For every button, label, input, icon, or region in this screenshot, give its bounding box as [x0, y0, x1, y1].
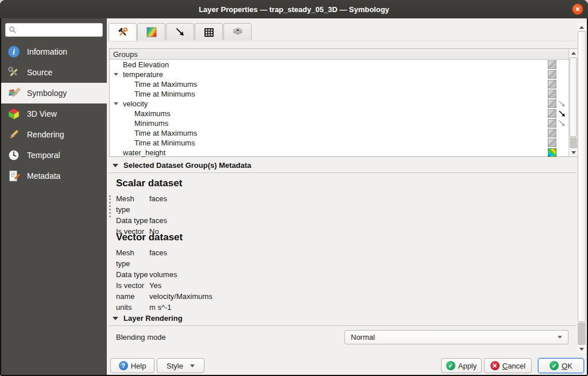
scroll-up-icon[interactable]: [577, 23, 586, 31]
vectors-toggle-icon[interactable]: [558, 99, 567, 109]
collapse-caret-icon[interactable]: [114, 73, 118, 76]
source-icon: [6, 65, 21, 80]
sidebar-item-symbology[interactable]: Symbology: [1, 83, 107, 103]
tree-row-label: temperature: [123, 70, 163, 79]
sidebar-item-rendering[interactable]: Rendering: [1, 124, 107, 145]
close-button[interactable]: ✕: [572, 3, 583, 15]
mesh-frame-icon: [203, 26, 215, 38]
help-button[interactable]: ? Help: [110, 358, 154, 373]
sidebar-item-label: 3D View: [27, 109, 57, 118]
contours-swatch-icon[interactable]: [548, 90, 556, 98]
sidebar-item-source[interactable]: Source: [1, 62, 107, 83]
style-button[interactable]: Style: [157, 358, 204, 373]
tab-vectors[interactable]: [166, 23, 194, 40]
tree-row[interactable]: Time at Minimums: [110, 89, 578, 99]
check-icon: ✓: [446, 361, 455, 370]
sidebar-item-label: Metadata: [27, 171, 60, 181]
sidebar-search[interactable]: [5, 23, 103, 37]
tree-row-label: Time at Maximums: [134, 80, 197, 89]
help-icon: ?: [119, 361, 128, 370]
layer-rendering-section-header[interactable]: Layer Rendering: [109, 313, 577, 326]
ok-button[interactable]: ✓ OK: [538, 358, 584, 373]
splitter-handle[interactable]: [109, 195, 111, 217]
sidebar-item-temporal[interactable]: Temporal: [1, 145, 107, 166]
metadata-row: Data type volumes: [116, 269, 212, 280]
layer-properties-dialog: Layer Properties — trap_steady_05_3D — S…: [0, 0, 588, 376]
metadata-row: name velocity/Maximums: [116, 291, 212, 302]
tree-row[interactable]: temperature: [110, 70, 578, 79]
tabbar-divider: [107, 41, 577, 41]
dataset-groups-tree: Groups Bed Elevation temperature Time at…: [109, 48, 578, 157]
scroll-up-icon[interactable]: [569, 49, 578, 57]
tree-row-label: Maximums: [134, 109, 171, 118]
sidebar-item-3d-view[interactable]: 3D View: [1, 103, 107, 124]
contours-swatch-icon[interactable]: [548, 129, 556, 137]
panel-scrollbar-handle[interactable]: [578, 31, 586, 322]
tree-row-label: Bed Elevation: [123, 60, 169, 69]
tab-general-settings[interactable]: [109, 23, 137, 41]
contours-swatch-icon[interactable]: [548, 109, 556, 118]
scalar-dataset-metadata: Scalar dataset Mesh type faces Data type…: [116, 177, 182, 237]
tree-row[interactable]: Minimums: [110, 118, 578, 128]
contours-swatch-icon-active[interactable]: [548, 148, 556, 157]
panel-scrollbar-groove: [578, 323, 586, 345]
tree-row[interactable]: velocity: [110, 99, 578, 109]
vectors-toggle-icon[interactable]: [558, 119, 567, 128]
symbology-tabbar: [109, 23, 252, 41]
tab-contours[interactable]: [137, 23, 165, 40]
metadata-row: Mesh type faces: [116, 247, 212, 269]
apply-button[interactable]: ✓ Apply: [441, 358, 482, 373]
tree-row[interactable]: Time at Maximums: [110, 128, 578, 138]
scroll-down-icon[interactable]: [569, 148, 578, 156]
vector-dataset-heading: Vector dataset: [116, 231, 212, 243]
tab-stacked-mesh-averaging[interactable]: [223, 23, 252, 40]
contours-swatch-icon[interactable]: [548, 80, 556, 89]
titlebar[interactable]: Layer Properties — trap_steady_05_3D — S…: [0, 0, 588, 18]
sidebar-item-label: Information: [27, 47, 67, 56]
scroll-down-icon[interactable]: [577, 345, 586, 353]
svg-text:i: i: [13, 48, 15, 56]
sidebar-item-label: Rendering: [27, 130, 64, 139]
stacked-mesh-icon: [232, 26, 243, 38]
sidebar-item-label: Symbology: [27, 89, 67, 98]
tree-row[interactable]: water_height: [110, 148, 578, 158]
tree-scrollbar-groove: [570, 137, 577, 148]
window-title: Layer Properties — trap_steady_05_3D — S…: [199, 5, 389, 14]
blending-mode-select[interactable]: Normal: [345, 330, 568, 344]
sidebar-nav: i Information Source: [1, 41, 107, 186]
tree-scrollbar[interactable]: [568, 49, 578, 156]
metadata-row: Mesh type faces: [116, 193, 182, 215]
contours-icon: [146, 26, 157, 38]
panel-scrollbar[interactable]: [577, 23, 586, 353]
general-settings-icon: [117, 26, 129, 38]
tree-row[interactable]: Bed Elevation: [110, 60, 578, 70]
metadata-row: Is vector Yes: [116, 280, 212, 291]
chevron-down-icon: [190, 365, 195, 367]
tab-mesh-frame[interactable]: [195, 23, 223, 40]
sidebar-item-metadata[interactable]: Metadata: [1, 166, 107, 186]
sidebar-item-label: Temporal: [27, 151, 60, 160]
sidebar-search-input[interactable]: [17, 25, 102, 35]
vector-dataset-metadata: Vector dataset Mesh type faces Data type…: [116, 231, 212, 313]
sidebar: i Information Source: [1, 18, 107, 375]
sidebar-item-information[interactable]: i Information: [1, 41, 107, 62]
tree-scrollbar-handle[interactable]: [570, 57, 577, 137]
contours-swatch-icon[interactable]: [548, 99, 556, 108]
tree-row-label: water_height: [123, 148, 165, 157]
blending-mode-value: Normal: [351, 333, 375, 342]
vectors-icon: [175, 26, 186, 38]
tree-row[interactable]: Time at Maximums: [110, 79, 578, 89]
contours-swatch-icon[interactable]: [548, 60, 556, 69]
temporal-icon: [6, 148, 21, 163]
contours-swatch-icon[interactable]: [548, 139, 556, 147]
vectors-toggle-icon-active[interactable]: [558, 109, 567, 118]
tree-row[interactable]: Time at Minimums: [110, 138, 578, 148]
metadata-section-header[interactable]: Selected Dataset Group(s) Metadata: [109, 160, 577, 173]
contours-swatch-icon[interactable]: [548, 119, 556, 128]
cancel-button[interactable]: ✕ Cancel: [484, 358, 532, 373]
symbology-icon: [6, 86, 21, 101]
tree-row-label: velocity: [123, 99, 148, 108]
collapse-caret-icon[interactable]: [114, 102, 118, 105]
tree-row[interactable]: Maximums: [110, 109, 578, 118]
contours-swatch-icon[interactable]: [548, 70, 556, 79]
